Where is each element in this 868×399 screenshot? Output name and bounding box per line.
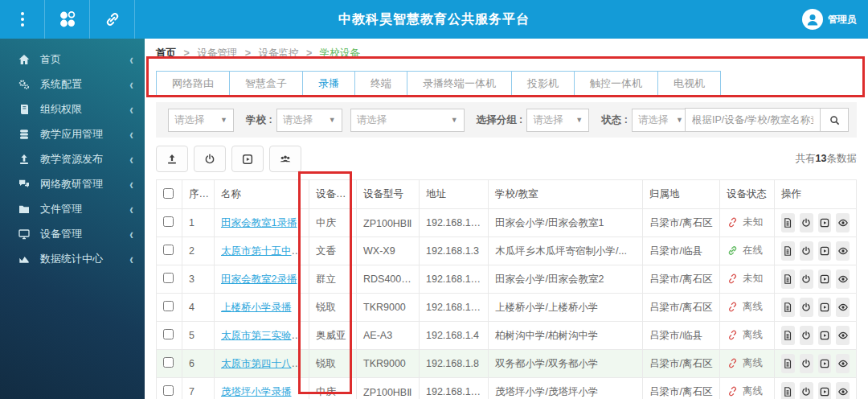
group-select[interactable]: 请选择▼	[526, 109, 589, 132]
row-detail-button[interactable]	[781, 269, 795, 289]
record-count: 共有13条数据	[796, 152, 857, 166]
tab-projector[interactable]: 投影机	[511, 71, 575, 96]
power-icon	[203, 153, 216, 166]
row-detail-button[interactable]	[781, 354, 795, 373]
link-shortcut-button[interactable]	[90, 0, 135, 39]
search-button[interactable]	[820, 108, 849, 132]
sidebar-item-resource-publish[interactable]: 教学资源发布 ‹	[0, 146, 145, 171]
device-name-link[interactable]: 茂塔坪小学录播	[221, 386, 292, 397]
device-name-link[interactable]: 太原市第十五中学录播	[221, 245, 309, 257]
device-name-link[interactable]: 田家会教室1录播	[221, 217, 297, 228]
cell-school: 田家会小学/田家会教室2	[489, 265, 643, 294]
sidebar-item-teaching-apps[interactable]: 教学应用管理 ‹	[0, 121, 145, 146]
row-detail-button[interactable]	[781, 326, 795, 345]
device-name-link[interactable]: 太原市第三实验中学...	[221, 330, 309, 341]
bulk-group-button[interactable]	[269, 146, 301, 172]
user-menu[interactable]: 管理员	[802, 0, 857, 39]
select-value: 请选择	[533, 113, 563, 127]
power-icon	[800, 386, 812, 397]
tab-smart-box[interactable]: 智慧盒子	[229, 71, 303, 96]
sidebar-item-online-research[interactable]: 网络教研管理 ‹	[0, 171, 145, 196]
sidebar-item-data-statistics[interactable]: 数据统计中心 ‹	[0, 246, 145, 271]
row-power-button[interactable]	[800, 354, 813, 373]
app-logo-button[interactable]	[45, 0, 90, 39]
cell-name: 太原市第十五中学录播	[215, 237, 309, 265]
row-view-button[interactable]	[836, 241, 850, 261]
tab-tv[interactable]: 电视机	[657, 71, 721, 96]
power-icon	[800, 302, 812, 313]
kebab-menu-button[interactable]	[0, 0, 45, 39]
row-play-button[interactable]	[818, 326, 832, 345]
chain-broken-icon	[727, 216, 739, 228]
row-view-button[interactable]	[836, 213, 850, 232]
breadcrumb-device-management[interactable]: 设备管理	[197, 47, 237, 59]
row-detail-button[interactable]	[781, 298, 795, 317]
cell-area: 吕梁市/离石区	[643, 209, 720, 237]
search-input[interactable]	[685, 108, 820, 132]
bulk-play-button[interactable]	[231, 146, 264, 172]
row-power-button[interactable]	[800, 382, 813, 399]
row-play-button[interactable]	[818, 269, 832, 289]
col-school: 学校/教室	[489, 180, 643, 209]
row-power-button[interactable]	[800, 326, 813, 345]
row-power-button[interactable]	[800, 298, 813, 317]
device-name-link[interactable]: 太原市第四十八中学...	[221, 358, 309, 369]
status-select[interactable]: 请选择▼	[632, 109, 690, 132]
row-view-button[interactable]	[836, 382, 850, 399]
filter-select-primary[interactable]: 请选择▼	[168, 109, 234, 132]
row-play-button[interactable]	[818, 354, 832, 373]
caret-down-icon: ▼	[329, 116, 336, 124]
row-checkbox[interactable]	[163, 216, 174, 227]
cell-area: 吕梁市/离石区	[643, 294, 720, 322]
cell-index: 5	[182, 322, 215, 350]
tab-recording[interactable]: 录播	[302, 71, 355, 96]
sidebar-item-device-management[interactable]: 设备管理 ‹	[0, 221, 145, 246]
breadcrumb-home[interactable]: 首页	[156, 47, 176, 59]
row-detail-button[interactable]	[781, 213, 795, 232]
eye-icon	[837, 217, 849, 228]
select-all-checkbox[interactable]	[163, 188, 174, 199]
tab-recording-terminal-aio[interactable]: 录播终端一体机	[407, 71, 512, 96]
row-view-button[interactable]	[836, 326, 850, 345]
school-select-1[interactable]: 请选择▼	[276, 109, 342, 132]
play-square-icon	[819, 358, 830, 369]
cell-actions	[775, 237, 857, 265]
sidebar-item-system-config[interactable]: 系统配置 ‹	[0, 72, 145, 97]
sidebar-item-org-permissions[interactable]: 组织权限 ‹	[0, 97, 145, 121]
device-name-link[interactable]: 上楼桥小学录播	[221, 302, 292, 313]
top-header: 中教科昊智慧教育公共服务平台 管理员	[0, 0, 868, 39]
row-view-button[interactable]	[836, 269, 850, 289]
row-play-button[interactable]	[818, 213, 832, 232]
row-checkbox[interactable]	[163, 245, 174, 255]
sidebar-item-home[interactable]: 首页 ‹	[0, 47, 145, 72]
row-power-button[interactable]	[800, 213, 813, 232]
sidebar-item-label: 系统配置	[40, 77, 129, 92]
row-checkbox[interactable]	[163, 385, 174, 396]
bulk-upload-button[interactable]	[156, 146, 188, 172]
row-view-button[interactable]	[836, 354, 850, 373]
eye-icon	[837, 245, 849, 257]
breadcrumb-device-monitor[interactable]: 设备监控	[259, 47, 299, 59]
device-name-link[interactable]: 田家会教室2录播	[221, 274, 297, 285]
bulk-power-button[interactable]	[194, 146, 226, 172]
tab-network-router[interactable]: 网络路由	[156, 71, 230, 96]
tab-terminal[interactable]: 终端	[354, 71, 407, 96]
row-checkbox[interactable]	[163, 273, 174, 283]
row-power-button[interactable]	[800, 241, 813, 261]
group-label: 选择分组 :	[477, 113, 523, 127]
row-checkbox[interactable]	[163, 329, 174, 339]
sidebar-item-file-management[interactable]: 文件管理 ‹	[0, 196, 145, 221]
row-checkbox[interactable]	[163, 357, 174, 368]
row-checkbox[interactable]	[163, 301, 174, 311]
row-play-button[interactable]	[818, 241, 832, 261]
breadcrumb-current: 学校设备	[320, 47, 360, 59]
row-play-button[interactable]	[818, 298, 832, 317]
row-detail-button[interactable]	[781, 382, 795, 399]
row-detail-button[interactable]	[781, 241, 795, 261]
row-power-button[interactable]	[800, 269, 813, 289]
row-view-button[interactable]	[836, 298, 850, 317]
school-select-2[interactable]: 请选择▼	[350, 109, 465, 132]
row-play-button[interactable]	[818, 382, 832, 399]
tab-touch-aio[interactable]: 触控一体机	[574, 71, 658, 96]
cell-index: 6	[182, 350, 215, 378]
